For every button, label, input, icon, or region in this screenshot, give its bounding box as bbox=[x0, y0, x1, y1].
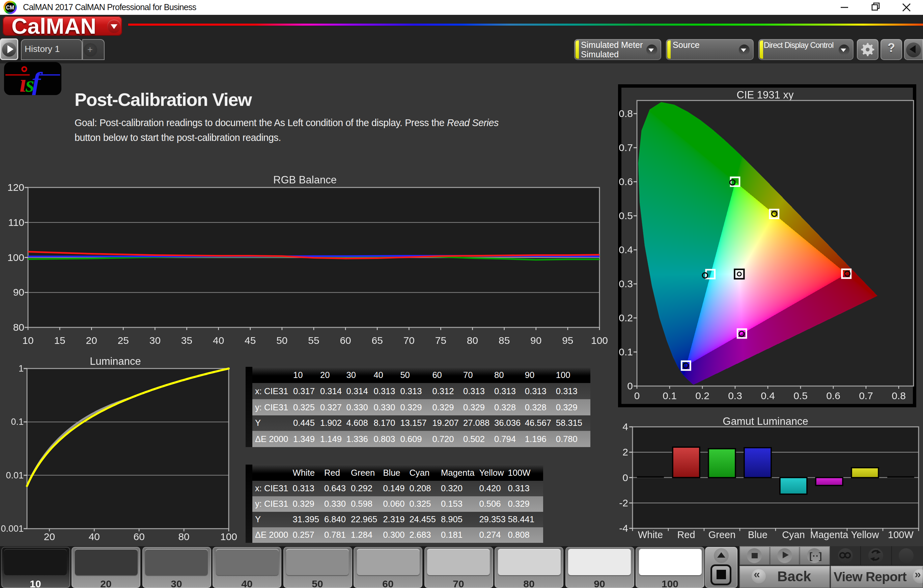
svg-text:40: 40 bbox=[89, 531, 100, 542]
svg-text:80: 80 bbox=[13, 322, 24, 333]
svg-text:Red: Red bbox=[677, 529, 695, 540]
svg-text:-4: -4 bbox=[619, 522, 628, 534]
svg-text:0.8: 0.8 bbox=[619, 108, 633, 119]
svg-text:70: 70 bbox=[404, 335, 415, 346]
svg-text:0.2: 0.2 bbox=[695, 390, 709, 401]
svg-text:0.001: 0.001 bbox=[1, 524, 24, 534]
svg-text:Green: Green bbox=[708, 529, 736, 540]
svg-text:100: 100 bbox=[220, 531, 237, 542]
svg-text:0.5: 0.5 bbox=[793, 390, 808, 401]
svg-text:Yellow: Yellow bbox=[851, 529, 879, 540]
svg-text:Luminance: Luminance bbox=[90, 355, 141, 367]
svg-text:0.1: 0.1 bbox=[11, 417, 24, 427]
svg-text:0.6: 0.6 bbox=[826, 390, 840, 401]
svg-text:15: 15 bbox=[54, 335, 65, 346]
svg-text:0.2: 0.2 bbox=[619, 312, 633, 323]
svg-text:110: 110 bbox=[8, 217, 24, 228]
svg-text:0.5: 0.5 bbox=[619, 210, 633, 221]
svg-text:0.8: 0.8 bbox=[892, 390, 906, 401]
svg-text:0.01: 0.01 bbox=[6, 470, 24, 480]
svg-text:Magenta: Magenta bbox=[810, 529, 849, 540]
svg-text:10: 10 bbox=[22, 335, 33, 346]
svg-text:0: 0 bbox=[622, 472, 628, 483]
svg-text:100W: 100W bbox=[888, 529, 913, 540]
svg-text:Gamut Luminance: Gamut Luminance bbox=[723, 415, 808, 427]
svg-text:85: 85 bbox=[499, 335, 510, 346]
svg-text:0.4: 0.4 bbox=[619, 244, 633, 255]
svg-text:0.7: 0.7 bbox=[619, 142, 633, 153]
svg-text:40: 40 bbox=[213, 335, 224, 346]
svg-text:90: 90 bbox=[530, 335, 542, 346]
svg-text:RGB Balance: RGB Balance bbox=[273, 174, 337, 186]
svg-text:20: 20 bbox=[86, 335, 97, 346]
svg-text:CIE 1931 xy: CIE 1931 xy bbox=[737, 89, 794, 101]
svg-text:25: 25 bbox=[118, 335, 129, 346]
svg-text:0.6: 0.6 bbox=[619, 176, 633, 187]
svg-text:30: 30 bbox=[149, 335, 161, 346]
svg-text:Cyan: Cyan bbox=[782, 529, 805, 540]
svg-text:60: 60 bbox=[340, 335, 351, 346]
svg-text:0: 0 bbox=[627, 380, 633, 391]
svg-text:60: 60 bbox=[134, 531, 145, 542]
svg-text:95: 95 bbox=[562, 335, 573, 346]
svg-text:Blue: Blue bbox=[748, 529, 767, 540]
svg-text:2: 2 bbox=[622, 446, 628, 457]
svg-text:80: 80 bbox=[178, 531, 189, 542]
svg-text:-2: -2 bbox=[619, 497, 628, 508]
svg-text:80: 80 bbox=[467, 335, 478, 346]
svg-text:100: 100 bbox=[7, 252, 24, 263]
svg-text:0.3: 0.3 bbox=[728, 390, 742, 401]
svg-text:120: 120 bbox=[7, 182, 24, 193]
svg-text:0: 0 bbox=[634, 390, 640, 401]
svg-text:55: 55 bbox=[308, 335, 319, 346]
svg-text:100: 100 bbox=[591, 335, 608, 346]
svg-text:1: 1 bbox=[18, 364, 24, 373]
svg-text:0.7: 0.7 bbox=[859, 390, 873, 401]
svg-text:35: 35 bbox=[181, 335, 192, 346]
svg-text:65: 65 bbox=[372, 335, 383, 346]
svg-text:0.4: 0.4 bbox=[761, 390, 775, 401]
svg-text:45: 45 bbox=[245, 335, 256, 346]
svg-text:4: 4 bbox=[622, 421, 628, 432]
svg-text:50: 50 bbox=[276, 335, 287, 346]
svg-text:0.1: 0.1 bbox=[663, 390, 677, 401]
svg-text:20: 20 bbox=[44, 531, 55, 542]
svg-text:90: 90 bbox=[13, 287, 24, 298]
svg-text:White: White bbox=[638, 529, 663, 540]
svg-text:0.1: 0.1 bbox=[619, 346, 633, 357]
svg-text:75: 75 bbox=[435, 335, 446, 346]
svg-text:0.3: 0.3 bbox=[619, 278, 633, 289]
